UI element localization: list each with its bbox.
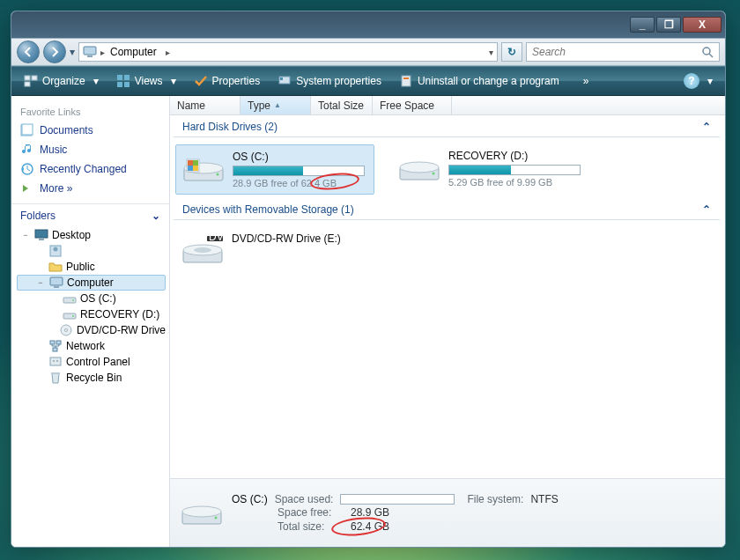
- svg-text:DVD: DVD: [209, 232, 225, 243]
- tree-toggle[interactable]: [34, 372, 45, 383]
- checkmark-icon: [194, 74, 208, 88]
- drive-tile[interactable]: DVDDVD/CD-RW Drive (E:): [175, 227, 374, 275]
- organize-button[interactable]: Organize▾: [17, 71, 106, 91]
- chevron-down-icon: ⌄: [152, 210, 160, 222]
- svg-point-54: [182, 506, 221, 517]
- group-title: Devices with Removable Storage (1): [182, 203, 354, 216]
- group-title: Hard Disk Drives (2): [182, 121, 278, 133]
- drive-icon: [181, 496, 223, 531]
- toolbar-overflow[interactable]: »: [583, 75, 589, 87]
- search-input[interactable]: [532, 46, 701, 58]
- tree-toggle[interactable]: [48, 293, 59, 304]
- svg-point-35: [56, 360, 58, 362]
- help-button[interactable]: ? ▾: [677, 70, 720, 92]
- svg-rect-12: [280, 77, 283, 80]
- space-bar: [233, 166, 365, 176]
- svg-rect-9: [117, 82, 122, 87]
- address-bar-row: ▾ ▸ Computer▸ ▾ ↻: [11, 38, 725, 66]
- column-headers: NameType▲Total SizeFree Space: [170, 96, 725, 115]
- breadcrumb-bar[interactable]: ▸ Computer▸ ▾: [78, 42, 498, 62]
- tree-node[interactable]: RECOVERY (D:): [17, 306, 166, 322]
- search-box[interactable]: [526, 42, 720, 62]
- breadcrumb-history-dropdown[interactable]: ▾: [489, 48, 493, 57]
- space-used-bar: [340, 494, 455, 505]
- tree-node[interactable]: −Computer: [17, 275, 166, 291]
- svg-point-47: [433, 173, 435, 175]
- svg-rect-43: [188, 166, 193, 171]
- space-bar: [448, 165, 581, 175]
- tree-toggle[interactable]: −: [20, 230, 31, 240]
- doc-icon: [20, 123, 34, 137]
- svg-rect-41: [188, 160, 193, 166]
- tree-node[interactable]: −Desktop: [17, 227, 166, 243]
- tree-toggle[interactable]: [34, 262, 45, 272]
- system-properties-icon: [278, 74, 292, 88]
- column-label: Total Size: [318, 99, 364, 112]
- column-header[interactable]: Free Space: [373, 96, 452, 114]
- column-header[interactable]: Total Size: [311, 96, 373, 114]
- column-header[interactable]: Type▲: [240, 96, 311, 114]
- items-view[interactable]: Hard Disk Drives (2)⌃OS (C:)28.9 GB free…: [170, 115, 725, 478]
- column-label: Type: [248, 99, 270, 112]
- tree-label: Recycle Bin: [66, 372, 122, 384]
- collapse-icon[interactable]: ⌃: [702, 121, 711, 133]
- tree-toggle[interactable]: [34, 341, 45, 351]
- svg-rect-13: [402, 76, 411, 86]
- cpanel-icon: [48, 355, 63, 369]
- drive-name: OS (C:): [233, 151, 368, 163]
- uninstall-icon: [399, 74, 413, 88]
- main-content: NameType▲Total SizeFree Space Hard Disk …: [170, 96, 725, 547]
- sidebar-link[interactable]: Recently Changed: [20, 159, 160, 179]
- sidebar-link-label: More »: [40, 182, 72, 195]
- tree-toggle[interactable]: −: [35, 277, 46, 288]
- maximize-button[interactable]: ❐: [656, 17, 681, 33]
- forward-button[interactable]: [43, 41, 66, 63]
- detail-label: Space free:: [278, 505, 344, 519]
- uninstall-button[interactable]: Uninstall or change a program: [392, 71, 566, 91]
- tree-node[interactable]: Public: [17, 259, 166, 275]
- group-header[interactable]: Devices with Removable Storage (1)⌃: [174, 198, 720, 220]
- views-button[interactable]: Views▾: [109, 71, 183, 91]
- history-dropdown[interactable]: ▾: [70, 46, 75, 58]
- sidebar-link[interactable]: Documents: [20, 121, 160, 140]
- group-header[interactable]: Hard Disk Drives (2)⌃: [174, 115, 720, 137]
- tree-toggle[interactable]: [34, 246, 45, 256]
- tree-toggle[interactable]: [48, 309, 59, 320]
- tree-node[interactable]: Recycle Bin: [17, 370, 166, 386]
- collapse-icon[interactable]: ⌃: [702, 203, 711, 216]
- more-icon: [20, 181, 34, 195]
- refresh-button[interactable]: ↻: [501, 42, 522, 62]
- svg-point-34: [53, 360, 55, 362]
- tree-toggle[interactable]: [48, 325, 56, 335]
- svg-rect-14: [403, 77, 409, 79]
- selected-item-title: OS (C:): [232, 493, 268, 505]
- chevron-down-icon[interactable]: ▾: [707, 75, 713, 87]
- drive-subtext: 5.29 GB free of 9.99 GB: [448, 177, 586, 188]
- minimize-button[interactable]: _: [630, 17, 655, 33]
- close-button[interactable]: X: [683, 17, 722, 33]
- tree-toggle[interactable]: [34, 357, 45, 367]
- tree-node[interactable]: OS (C:): [17, 291, 166, 306]
- drive-tile[interactable]: RECOVERY (D:)5.29 GB free of 9.99 GB: [392, 144, 591, 195]
- back-button[interactable]: [17, 41, 40, 63]
- column-header[interactable]: Name: [170, 96, 240, 114]
- arrow-right-icon: [49, 47, 60, 57]
- sidebar-link[interactable]: More »: [20, 179, 160, 198]
- folders-pane-header[interactable]: Folders ⌄: [11, 204, 169, 227]
- tree-label: Public: [66, 261, 95, 273]
- tree-node[interactable]: [17, 243, 166, 259]
- svg-point-2: [703, 48, 710, 55]
- tree-node[interactable]: Control Panel: [17, 354, 166, 370]
- tree-node[interactable]: Network: [17, 338, 166, 354]
- cd-icon: [59, 323, 73, 337]
- breadcrumb-item[interactable]: Computer▸: [110, 46, 170, 58]
- drive-tile[interactable]: OS (C:)28.9 GB free of 62.4 GB: [175, 144, 374, 195]
- system-properties-button[interactable]: System properties: [270, 71, 388, 91]
- computer-icon: [49, 276, 63, 290]
- drive-subtext: 28.9 GB free of 62.4 GB: [233, 178, 368, 188]
- properties-button[interactable]: Properties: [187, 71, 268, 91]
- tree-node[interactable]: DVD/CD-RW Drive: [17, 322, 166, 338]
- svg-point-46: [400, 162, 439, 173]
- favorite-links-header: Favorite Links: [20, 101, 160, 121]
- sidebar-link[interactable]: Music: [20, 140, 160, 159]
